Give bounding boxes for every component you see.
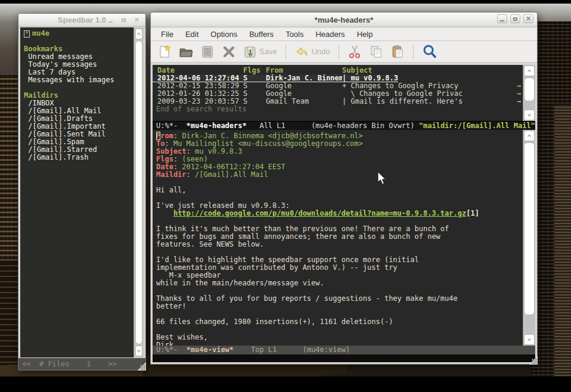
expander-icon[interactable]: *	[24, 30, 30, 38]
close-button[interactable]: ✕	[132, 15, 142, 24]
open-file-button[interactable]	[177, 43, 195, 60]
scroll-down-icon[interactable]	[135, 346, 142, 356]
menu-help[interactable]: Help	[352, 29, 378, 40]
menu-headers[interactable]: Headers	[310, 29, 350, 40]
message-body-line: features. See NEWS below.	[156, 241, 523, 248]
scrollbar-thumb[interactable]	[524, 142, 535, 315]
menu-tools[interactable]: Tools	[280, 29, 309, 40]
speedbar-item[interactable]: Messages with images	[24, 76, 134, 84]
menu-options[interactable]: Options	[205, 29, 243, 40]
headers-scrollbar[interactable]	[523, 65, 535, 121]
scroll-down-icon[interactable]	[524, 334, 535, 345]
save-button[interactable]: Save	[241, 43, 279, 60]
cut-button[interactable]	[346, 43, 364, 60]
message-body-line: Best wishes,	[156, 334, 523, 341]
speedbar-root-label: mu4e	[32, 30, 49, 38]
field-value: 2012-04-06T12:27:04 EEST	[182, 163, 285, 171]
header-from: Dirk-Jan C. Binnema	[266, 74, 342, 82]
message-body-line: 66 files changed, 1980 insertions(+), 11…	[156, 318, 523, 326]
header-subject: + Changes to Google Privacy	[342, 82, 523, 90]
copy-button[interactable]	[367, 43, 385, 60]
menu-edit[interactable]: Edit	[180, 29, 204, 40]
message-body-line: http://code.google.com/p/mu0/downloads/d…	[156, 210, 523, 217]
field-value: (seen)	[182, 155, 207, 163]
field-value: /[Gmail].All Mail	[195, 170, 268, 179]
maximize-button[interactable]	[510, 14, 520, 23]
paste-clipboard-icon	[390, 45, 405, 59]
menu-buffers[interactable]: Buffers	[244, 29, 279, 40]
speedbar-title: Speedbar 1.0	[58, 15, 106, 24]
field-value: Dirk-Jan C. Binnema <djcb@djcbsoftware.n…	[182, 132, 362, 140]
scrollbar-thumb[interactable]	[524, 77, 535, 101]
save-as-button[interactable]	[198, 43, 216, 60]
scroll-up-icon[interactable]	[524, 130, 535, 141]
view-scrollbar[interactable]	[523, 130, 535, 346]
save-label: Save	[259, 47, 277, 56]
end-of-results-text: End of search results	[153, 105, 523, 113]
copy-icon	[369, 45, 383, 59]
toolbar: Save Undo	[151, 41, 537, 63]
close-button[interactable]: ✕	[523, 14, 533, 23]
header-subject: | mu v0.9.8.3	[342, 74, 398, 82]
new-file-icon	[157, 45, 172, 59]
message-link[interactable]: http://code.google.com/p/mu0/downloads/d…	[173, 209, 466, 217]
cut-scissors-icon	[347, 45, 362, 59]
new-file-button[interactable]	[156, 43, 173, 60]
menu-file[interactable]: File	[156, 29, 179, 40]
wallpaper-building	[554, 105, 571, 377]
header-date: 2009-03-23 20:03:57	[153, 98, 243, 105]
field-label: Flgs	[156, 155, 173, 163]
emacs-window: *mu4e-headers* ✕ FileEditOptionsBuffersT…	[150, 12, 538, 365]
field-label: Date	[156, 163, 173, 171]
mouse-cursor	[377, 171, 387, 185]
header-subject: \ Changes to Google Privac	[342, 90, 523, 98]
minimize-button[interactable]	[105, 15, 116, 24]
undo-button[interactable]: Undo	[293, 43, 332, 60]
toolbar-separator	[339, 45, 339, 59]
scrollbar-thumb[interactable]	[135, 41, 142, 344]
undo-label: Undo	[312, 47, 330, 56]
speedbar-root-item[interactable]: *mu4e	[24, 30, 134, 38]
speedbar-scrollbar[interactable]	[134, 27, 144, 357]
headers-modeline: U:%*- *mu4e-headers* All L1 (mu4e-header…	[153, 121, 535, 130]
header-from: Google	[266, 90, 342, 98]
message-field: Subject: mu v0.9.8.3	[156, 148, 523, 155]
speedbar-window: Speedbar 1.0 ✕ *mu4e Bookmarks Unread me…	[18, 13, 146, 371]
emacs-title: *mu4e-headers*	[315, 15, 373, 24]
mu4e-headers-pane: Date Flgs From Subject 2012-04-06 12:27:…	[153, 65, 535, 121]
speedbar-list: *mu4e Bookmarks Unread messages Today's …	[20, 27, 134, 357]
field-value: mu v0.9.8.3	[195, 147, 242, 155]
field-label: From	[156, 132, 173, 140]
header-flags: S	[243, 74, 266, 82]
modeline-buffer-name: *mu4e-headers*	[187, 122, 247, 130]
resize-grip[interactable]	[137, 362, 146, 371]
header-subject: | Gmail is different. Here's	[342, 98, 523, 105]
modeline-buffer-name: *mu4e-view*	[187, 346, 234, 354]
header-date: 2012-04-06 12:27:04	[153, 74, 243, 82]
header-row[interactable]: 2012-04-06 12:27:04SDirk-Jan C. Binnema|…	[153, 74, 398, 82]
header-date: 2012-02-15 23:58:29	[153, 82, 243, 90]
resize-grip[interactable]	[529, 356, 538, 365]
speedbar-titlebar[interactable]: Speedbar 1.0 ✕	[18, 14, 145, 27]
header-row[interactable]: 2012-01-26 01:32:25SGoogle \ Changes to …	[153, 90, 523, 98]
modeline-search-query: "maildir:/[Gmail].All Mail"	[419, 122, 535, 130]
header-flags: S	[243, 98, 266, 105]
minibuffer[interactable]	[153, 354, 535, 362]
header-row[interactable]: 2012-02-15 23:58:29SGoogle+ Changes to G…	[153, 82, 523, 90]
header-flags: S	[243, 90, 266, 98]
message-body-line: Thanks to all of you for bug reports / s…	[156, 295, 523, 303]
column-flags: Flgs	[243, 67, 266, 74]
header-row[interactable]: 2009-03-23 20:03:57SGmail Team| Gmail is…	[153, 98, 523, 105]
field-label: Maildir	[156, 170, 187, 179]
scroll-up-icon[interactable]	[524, 66, 535, 76]
search-button[interactable]	[420, 43, 439, 61]
close-buffer-button[interactable]	[220, 43, 238, 60]
scroll-down-icon[interactable]	[524, 110, 535, 120]
paste-button[interactable]	[389, 43, 406, 60]
speedbar-item[interactable]: /[Gmail].Trash	[24, 154, 134, 161]
emacs-titlebar[interactable]: *mu4e-headers* ✕	[151, 13, 537, 27]
minimize-button[interactable]	[497, 14, 507, 23]
maximize-button[interactable]	[119, 15, 129, 24]
scroll-up-icon[interactable]	[135, 29, 142, 39]
speedbar-statusbar[interactable]: << # Files 1 >>	[18, 358, 145, 370]
